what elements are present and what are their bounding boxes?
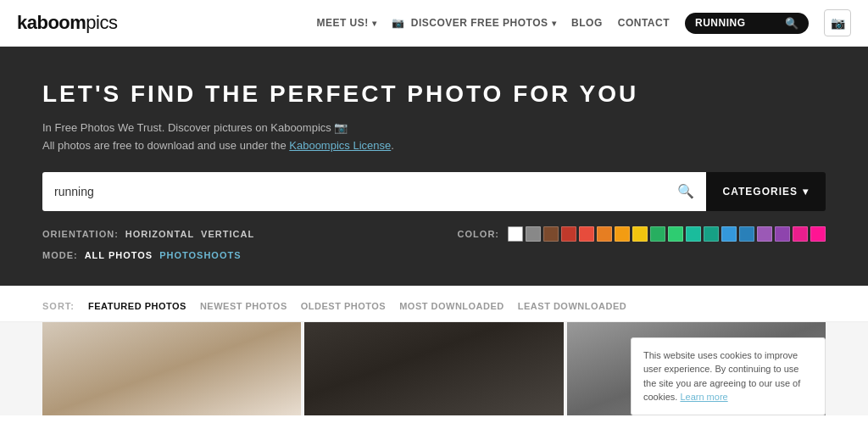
sort-oldest[interactable]: OLDEST PHOTOS (301, 301, 386, 311)
nav-discover-label: DISCOVER FREE PHOTOS (411, 17, 548, 29)
filter-vertical[interactable]: VERTICAL (201, 229, 254, 239)
photo-grid-wrapper: This website uses cookies to improve use… (0, 322, 868, 415)
header-search-icon[interactable]: 🔍 (785, 17, 798, 30)
search-bar-row: 🔍 CATEGORIES ▾ (42, 172, 826, 211)
sort-featured[interactable]: FEATURED PHOTOS (88, 301, 186, 311)
hero-subtitle: In Free Photos We Trust. Discover pictur… (42, 120, 826, 155)
nav-blog[interactable]: BLOG (571, 17, 603, 29)
orientation-filter: ORIENTATION: HORIZONTAL VERTICAL (42, 229, 254, 239)
main-nav: MEET US! 📷DISCOVER FREE PHOTOS BLOG CONT… (316, 9, 851, 36)
camera-icon: 📷 (392, 17, 405, 29)
color-swatch-17[interactable] (810, 226, 826, 242)
license-link[interactable]: Kaboompics License (289, 139, 391, 152)
color-label: COLOR: (458, 229, 499, 239)
orientation-label: ORIENTATION: (42, 229, 119, 239)
nav-meet-us[interactable]: MEET US! (316, 17, 376, 29)
logo[interactable]: kaboompics (17, 12, 117, 34)
logo-suffix: pics (86, 12, 117, 33)
sort-label: SORT: (42, 301, 75, 311)
color-swatch-5[interactable] (597, 226, 612, 242)
categories-arrow-icon: ▾ (803, 186, 809, 198)
sort-most-downloaded[interactable]: MOST DOWNLOADED (399, 301, 504, 311)
sort-newest[interactable]: NEWEST PHOTOS (200, 301, 287, 311)
hero-search-input[interactable] (54, 172, 677, 211)
logo-prefix: kaboom (17, 12, 86, 33)
color-swatch-15[interactable] (775, 226, 790, 242)
color-swatch-16[interactable] (793, 226, 808, 242)
mode-filter: MODE: ALL PHOTOS PHOTOSHOOTS (42, 250, 826, 260)
color-swatch-9[interactable] (668, 226, 683, 242)
hero-title: LET'S FIND THE PERFECT PHOTO FOR YOU (42, 81, 826, 108)
color-swatch-7[interactable] (632, 226, 648, 242)
instagram-button[interactable]: 📷 (824, 9, 851, 36)
color-swatch-2[interactable] (543, 226, 559, 242)
categories-label: CATEGORIES (723, 186, 798, 198)
nav-discover[interactable]: 📷DISCOVER FREE PHOTOS (392, 17, 556, 29)
color-swatch-13[interactable] (739, 226, 754, 242)
categories-button[interactable]: CATEGORIES ▾ (706, 172, 826, 211)
nav-blog-label: BLOG (571, 17, 603, 29)
sort-least-downloaded[interactable]: LEAST DOWNLOADED (518, 301, 626, 311)
photo-thumb-1[interactable] (42, 322, 301, 415)
hero-section: LET'S FIND THE PERFECT PHOTO FOR YOU In … (0, 47, 868, 286)
mode-photoshoots[interactable]: PHOTOSHOOTS (159, 250, 241, 260)
color-swatch-11[interactable] (704, 226, 719, 242)
color-swatches (508, 226, 826, 242)
color-swatch-3[interactable] (561, 226, 576, 242)
filter-horizontal[interactable]: HORIZONTAL (125, 229, 194, 239)
cookie-notice: This website uses cookies to improve use… (631, 337, 826, 415)
color-swatch-4[interactable] (579, 226, 594, 242)
search-icon[interactable]: 🔍 (677, 183, 694, 199)
photo-thumb-2[interactable] (304, 322, 563, 415)
color-swatch-6[interactable] (615, 226, 630, 242)
search-bar: 🔍 (42, 172, 706, 211)
color-swatch-12[interactable] (721, 226, 737, 242)
color-swatch-14[interactable] (757, 226, 772, 242)
color-swatch-10[interactable] (686, 226, 701, 242)
color-swatch-8[interactable] (650, 226, 665, 242)
sort-bar: SORT: FEATURED PHOTOS NEWEST PHOTOS OLDE… (0, 286, 868, 322)
hero-sub-end: . (391, 139, 394, 152)
license-link-text: Kaboompics License (289, 139, 391, 152)
nav-meet-us-label: MEET US! (316, 17, 368, 29)
header-search-input[interactable] (695, 17, 780, 29)
color-filter: COLOR: (458, 226, 826, 242)
filter-row: ORIENTATION: HORIZONTAL VERTICAL COLOR: (42, 226, 826, 242)
nav-contact[interactable]: CONTACT (618, 17, 670, 29)
mode-label: MODE: (42, 250, 78, 260)
color-swatch-0[interactable] (508, 226, 523, 242)
header-search[interactable]: 🔍 (685, 13, 809, 34)
cookie-learn-more-text: Learn more (680, 392, 727, 402)
color-swatch-1[interactable] (526, 226, 541, 242)
hero-sub-text1: In Free Photos We Trust. Discover pictur… (42, 121, 348, 134)
hero-sub-text2: All photos are free to download and use … (42, 139, 287, 152)
nav-contact-label: CONTACT (618, 17, 670, 29)
instagram-icon: 📷 (831, 16, 845, 30)
header: kaboompics MEET US! 📷DISCOVER FREE PHOTO… (0, 0, 868, 47)
cookie-learn-more-link[interactable]: Learn more (680, 392, 727, 402)
mode-all-photos[interactable]: ALL PHOTOS (85, 250, 153, 260)
